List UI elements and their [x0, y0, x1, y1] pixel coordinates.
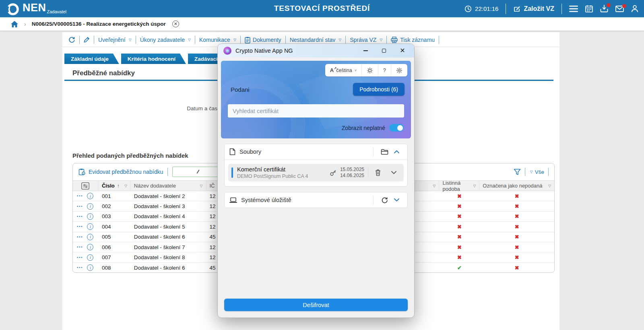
edit-record-button[interactable] [84, 37, 90, 43]
row-menu-icon[interactable]: ••• [77, 245, 83, 249]
show-invalid-toggle[interactable] [389, 124, 404, 132]
listinna-mark: ✖ [442, 193, 476, 199]
divider [506, 4, 506, 14]
trash-icon [375, 169, 381, 176]
close-button[interactable]: ✕ [395, 45, 410, 56]
column-header-cislo[interactable]: Číslo ↑ ▽ [99, 181, 131, 191]
theme-button[interactable] [361, 64, 378, 76]
toolbar-item-dokumenty[interactable]: Dokumenty [245, 37, 281, 43]
column-header-listinna[interactable]: Listinná podoba ▽ [439, 181, 479, 191]
decrypt-button[interactable]: Dešifrovat [224, 299, 408, 311]
help-button[interactable]: ? [378, 64, 391, 76]
column-filter-icon[interactable]: ▽ [548, 184, 551, 188]
info-icon[interactable]: i [87, 234, 93, 240]
valid-to: 14.06.2025 [340, 173, 364, 179]
column-filter-icon[interactable]: ▽ [200, 184, 203, 188]
dropdown-arrow-icon: ▽ [233, 38, 236, 42]
tab-zakladni-udaje[interactable]: Základní údaje [64, 54, 119, 64]
row-menu-icon[interactable]: ••• [77, 214, 83, 219]
cell-cislo: 003 [99, 212, 131, 221]
downloads-button[interactable] [600, 5, 608, 12]
language-selector[interactable]: A↗ čeština ˅ [325, 64, 361, 76]
column-header-nepodana[interactable]: Označena jako nepodaná ▽ [479, 181, 554, 191]
toolbar-item-tisk[interactable]: Tisk záznamu [391, 37, 435, 43]
search-placeholder: Vyhledat certifikát [233, 108, 279, 114]
nepodana-mark: ✖ [483, 203, 551, 209]
info-icon[interactable]: i [87, 254, 93, 261]
reload-storage-button[interactable] [378, 197, 390, 204]
cell-cislo: 007 [99, 252, 131, 262]
maximize-button[interactable] [376, 45, 392, 56]
breadcrumb-item[interactable]: N006/25/V00005136 - Realizace energetick… [32, 21, 166, 27]
nepodana-mark: ✖ [483, 234, 551, 240]
info-icon[interactable]: i [87, 203, 93, 210]
cell-cislo: 005 [99, 232, 131, 242]
laptop-icon [229, 197, 237, 203]
toolbar-item-ukony[interactable]: Úkony zadavatele▽ [140, 37, 191, 43]
profile-button[interactable] [631, 5, 638, 12]
info-icon[interactable]: i [87, 244, 93, 250]
collapse-section-icon[interactable] [390, 150, 402, 153]
row-menu-icon[interactable]: ••• [77, 256, 83, 260]
dropdown-arrow-icon: ▽ [188, 38, 191, 42]
search-certificate-input[interactable]: Vyhledat certifikát [228, 104, 404, 118]
create-vz-button[interactable]: Založit VZ [513, 5, 554, 12]
crypto-app-dialog: Crypto Native App NG ✕ A↗ čeština ˅ ? [217, 43, 415, 318]
nepodana-mark: ✖ [483, 224, 551, 230]
details-button[interactable]: Podrobnosti (6) [353, 83, 405, 96]
register-offer-button[interactable]: Evidovat předběžnou nabídku [78, 168, 163, 175]
open-folder-button[interactable] [378, 149, 390, 155]
brightness-icon [367, 67, 373, 74]
column-settings-button[interactable] [73, 181, 99, 191]
dropdown-arrow-icon: ▽ [339, 38, 341, 42]
messages-button[interactable] [615, 6, 624, 12]
dropdown-arrow-icon: ▽ [129, 38, 132, 42]
undo-button[interactable] [68, 37, 75, 43]
settings-button[interactable] [391, 64, 407, 76]
datetime-label: Datum a čas [0, 105, 219, 111]
info-icon[interactable]: i [87, 193, 93, 199]
listinna-mark: ✖ [442, 203, 476, 209]
expand-certificate-icon[interactable] [388, 171, 400, 174]
dropdown-arrow-icon: ▽ [530, 170, 533, 174]
listinna-mark: ✔ [442, 265, 476, 271]
delete-certificate-button[interactable] [372, 169, 384, 176]
cell-cislo: 002 [99, 201, 131, 211]
toolbar-item-komunikace[interactable]: Komunikace▽ [199, 37, 236, 43]
info-icon[interactable]: i [87, 264, 93, 271]
certificate-item[interactable]: Komerční certifikát DEMO PostSignum Publ… [228, 164, 404, 182]
row-menu-icon[interactable]: ••• [77, 204, 83, 208]
row-menu-icon[interactable]: ••• [77, 235, 83, 239]
dropdown-arrow-icon: ▽ [380, 38, 382, 42]
filter-button[interactable] [514, 169, 521, 175]
minimize-button[interactable] [358, 45, 373, 56]
dialog-toolbar: A↗ čeština ˅ ? [325, 64, 407, 76]
funnel-icon [514, 169, 521, 175]
info-icon[interactable]: i [87, 213, 93, 220]
nepodana-mark: ✖ [483, 193, 551, 199]
row-menu-icon[interactable]: ••• [77, 194, 83, 198]
column-filter-icon[interactable]: ▽ [124, 184, 127, 188]
expand-section-icon[interactable] [390, 198, 402, 202]
view-all-selector[interactable]: ▽ Vše [529, 169, 544, 175]
column-header-nazev[interactable]: Název dodavatele ▽ [131, 181, 206, 191]
calendar-button[interactable] [585, 5, 593, 12]
chevron-up-icon [394, 150, 399, 153]
user-icon [631, 5, 638, 12]
tab-kriteria-hodnoceni[interactable]: Kritéria hodnocení [121, 54, 186, 64]
toolbar-item-sprava[interactable]: Správa VZ▽ [350, 37, 382, 43]
home-icon[interactable] [10, 21, 19, 28]
podani-label: Podani [231, 86, 250, 93]
files-section-title: Soubory [239, 148, 261, 155]
close-record-icon[interactable]: ✕ [172, 21, 179, 27]
menu-button[interactable] [569, 6, 578, 12]
cell-cislo: 006 [99, 242, 131, 252]
column-filter-icon[interactable]: ▽ [473, 184, 476, 188]
dialog-titlebar[interactable]: Crypto Native App NG ✕ [218, 44, 414, 58]
toolbar-item-uverejneni[interactable]: Uveřejnění▽ [98, 37, 132, 43]
toolbar-item-nestandardni[interactable]: Nestandardní stav▽ [290, 37, 342, 43]
row-menu-icon[interactable]: ••• [77, 225, 83, 229]
info-icon[interactable]: i [87, 223, 93, 230]
row-menu-icon[interactable]: ••• [77, 266, 83, 270]
column-filter-icon[interactable]: ▽ [433, 184, 436, 188]
